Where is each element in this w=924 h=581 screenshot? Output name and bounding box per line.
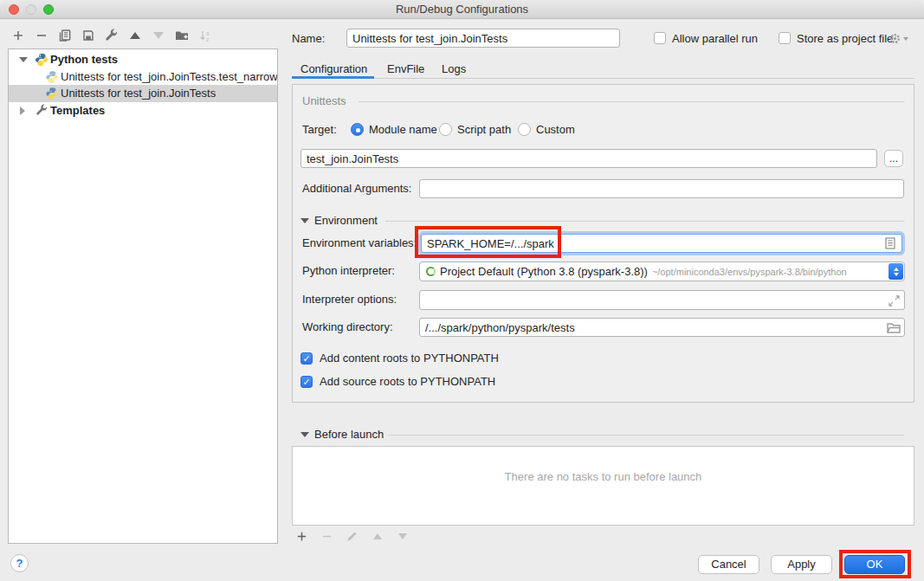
group-divider (385, 221, 904, 222)
python-interpreter-select[interactable]: Project Default (Python 3.8 (pyspark-3.8… (419, 261, 905, 281)
chevron-right-icon[interactable] (20, 107, 25, 115)
add-content-roots-checkbox[interactable] (300, 352, 313, 365)
tab-configuration[interactable]: Configuration (300, 62, 367, 75)
group-divider (359, 101, 904, 102)
remove-task-icon (320, 529, 334, 544)
move-task-down-icon (395, 529, 410, 544)
additional-arguments-label: Additional Arguments: (302, 182, 411, 196)
allow-parallel-run-checkbox[interactable] (654, 32, 666, 44)
save-icon[interactable] (81, 28, 95, 42)
working-directory-input[interactable] (419, 318, 905, 337)
move-task-up-icon (370, 529, 384, 544)
apply-button[interactable]: Apply (771, 555, 832, 574)
add-source-roots-checkbox[interactable] (300, 376, 313, 388)
before-launch-task-list: There are no tasks to run before launch (292, 446, 914, 526)
target-custom-radio[interactable] (518, 123, 531, 136)
target-script-path-radio[interactable] (439, 123, 452, 136)
gear-icon[interactable] (888, 32, 901, 48)
tree-item-label: Python tests (50, 53, 118, 66)
move-up-icon[interactable] (127, 28, 142, 42)
remove-icon[interactable] (34, 28, 48, 42)
wrench-icon (36, 104, 49, 118)
tabs-divider (292, 78, 914, 79)
group-divider (388, 435, 904, 436)
cancel-button[interactable]: Cancel (698, 555, 759, 574)
before-launch-label: Before launch (314, 428, 384, 442)
add-task-icon[interactable] (294, 529, 309, 544)
chevron-down-icon[interactable] (19, 57, 28, 62)
tab-logs[interactable]: Logs (442, 62, 466, 75)
tree-item-python-tests[interactable]: Python tests (9, 51, 277, 68)
tree-item-label: Unittests for test_join.JoinTests (61, 87, 216, 100)
expand-field-icon[interactable] (888, 294, 900, 310)
dropdown-stepper-icon[interactable] (888, 263, 903, 280)
configurations-tree: Python tests Unittests for test_join.Joi… (8, 48, 278, 544)
before-launch-toolbar (294, 529, 410, 544)
conda-environment-icon (426, 267, 436, 276)
browse-folder-icon[interactable] (887, 321, 901, 337)
target-module-name-radio[interactable] (351, 123, 364, 136)
svg-text:z: z (206, 36, 209, 42)
store-as-project-file-label: Store as project file (797, 32, 893, 46)
tree-item-unittests-test-narrow[interactable]: Unittests for test_join.JoinTests.test_n… (9, 68, 277, 86)
edit-task-icon (345, 529, 359, 544)
add-source-roots-label: Add source roots to PYTHONPATH (320, 375, 495, 389)
additional-arguments-input[interactable] (419, 179, 904, 198)
copy-icon[interactable] (57, 28, 72, 42)
target-script-path-label: Script path (457, 123, 511, 137)
interpreter-options-input[interactable] (419, 290, 905, 310)
python-test-icon (45, 70, 58, 83)
svg-text:a: a (206, 29, 210, 36)
before-launch-empty-text: There are no tasks to run before launch (293, 470, 914, 483)
window-title: Run/Debug Configurations (0, 3, 924, 16)
add-icon[interactable] (10, 28, 25, 42)
unittests-group-label: Unittests (302, 94, 346, 108)
name-label: Name: (292, 32, 325, 46)
python-interpreter-path: ~/opt/miniconda3/envs/pyspark-3.8/bin/py… (652, 267, 847, 277)
sort-alphabetically-icon: az (197, 28, 212, 42)
environment-group-label: Environment (314, 214, 378, 228)
tree-item-templates[interactable]: Templates (9, 102, 277, 119)
browse-target-button[interactable]: ... (884, 150, 903, 167)
chevron-down-icon (903, 37, 908, 41)
ok-button[interactable]: OK (844, 555, 905, 574)
move-down-icon (151, 28, 165, 42)
title-bar: Run/Debug Configurations (0, 0, 924, 19)
active-tab-underline (292, 76, 374, 79)
browse-environment-variables-icon[interactable] (885, 237, 895, 253)
new-folder-icon[interactable] (174, 28, 189, 42)
run-debug-configurations-dialog: Run/Debug Configurations az Python tests (0, 0, 924, 581)
python-test-icon (45, 87, 58, 100)
tab-envfile[interactable]: EnvFile (387, 62, 424, 75)
store-as-project-file-checkbox[interactable] (779, 32, 791, 44)
edit-templates-icon[interactable] (104, 28, 119, 42)
name-input[interactable] (346, 29, 620, 48)
collapse-before-launch-icon[interactable] (300, 432, 309, 437)
tree-item-label: Unittests for test_join.JoinTests.test_n… (61, 70, 277, 83)
interpreter-options-label: Interpreter options: (302, 293, 397, 307)
python-interpreter-label: Python interpreter: (302, 264, 395, 278)
working-directory-label: Working directory: (302, 320, 393, 334)
target-custom-label: Custom (536, 123, 575, 137)
collapse-environment-icon[interactable] (300, 218, 309, 223)
python-icon (35, 53, 48, 67)
add-content-roots-label: Add content roots to PYTHONPATH (320, 352, 499, 365)
help-button[interactable]: ? (10, 554, 29, 572)
configurations-toolbar: az (10, 28, 212, 42)
tree-item-unittests-jointests-selected[interactable]: Unittests for test_join.JoinTests (9, 85, 277, 102)
environment-variables-input[interactable] (421, 234, 902, 253)
allow-parallel-run-label: Allow parallel run (672, 32, 758, 46)
target-label: Target: (302, 123, 337, 137)
target-input[interactable] (300, 149, 877, 168)
python-interpreter-value: Project Default (Python 3.8 (pyspark-3.8… (440, 265, 648, 278)
environment-variables-label: Environment variables: (302, 236, 417, 250)
tree-item-label: Templates (50, 104, 105, 117)
target-module-name-label: Module name (369, 123, 437, 137)
